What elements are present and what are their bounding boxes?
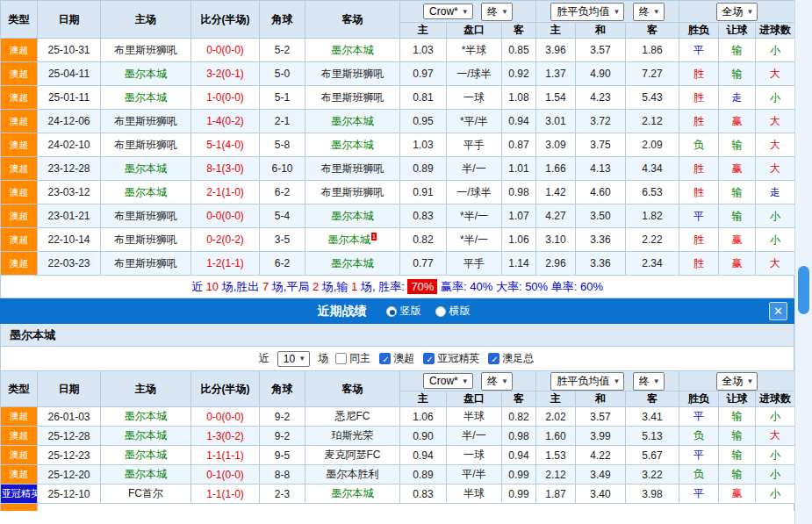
scrollbar-thumb[interactable]: [798, 266, 809, 314]
avg-win-odds: 1.60: [536, 427, 576, 446]
avg-odds-select[interactable]: 胜平负均值▼: [550, 3, 624, 21]
checkbox-icon[interactable]: [335, 353, 347, 364]
away-team-link[interactable]: 布里斯班狮吼: [305, 62, 400, 86]
match-count-select[interactable]: 10▼: [277, 351, 310, 367]
away-team-link[interactable]: 布里斯班狮吼: [305, 181, 400, 205]
league-badge: 澳超: [1, 427, 38, 446]
home-team-link[interactable]: 布里斯班狮吼: [101, 228, 191, 252]
away-team-link[interactable]: 墨尔本城: [305, 133, 400, 157]
away-team-link[interactable]: 墨尔本城: [305, 205, 400, 228]
avg-odds-group-header: 胜平负均值▼ 终▼: [536, 1, 679, 23]
away-team-link[interactable]: 墨尔本城: [305, 110, 400, 133]
final-odds-select[interactable]: 终▼: [481, 3, 513, 21]
handicap-outcome: 输: [719, 181, 756, 205]
corner-score: 9-2: [260, 427, 305, 446]
home-team-link[interactable]: 布里斯班狮吼: [101, 39, 191, 62]
filter-checkbox-ffa-cup[interactable]: 澳足总: [488, 351, 534, 366]
recent-matches-table: 类型 日期 主场 比分(半场) 角球 客场 Crow*▼ 终▼ 胜平负均值▼ 终…: [0, 370, 795, 504]
chevron-down-icon: ▼: [462, 377, 469, 385]
league-badge: 亚冠精英: [1, 485, 38, 504]
match-date: 22-03-23: [38, 252, 101, 276]
home-team-link[interactable]: 墨尔本城: [101, 181, 191, 205]
filter-checkbox-acl-elite[interactable]: 亚冠精英: [423, 351, 479, 366]
close-button[interactable]: ✕: [769, 302, 787, 320]
handicap-line: 半/一: [447, 157, 502, 181]
result-outcome: 平: [679, 39, 719, 62]
final-odds-select[interactable]: 终▼: [481, 372, 513, 391]
corner-score: 6-2: [260, 252, 305, 276]
home-team-link[interactable]: FC首尔: [101, 485, 191, 504]
filter-checkbox-aleague[interactable]: 澳超: [379, 351, 414, 366]
checkbox-label: 澳足总: [502, 351, 534, 366]
recent-filter-bar: 近 10▼ 场 同主 澳超 亚冠精英 澳足总: [0, 347, 794, 370]
filter-checkbox-same-home[interactable]: 同主: [335, 351, 370, 366]
avg-lose-odds: 5.43: [626, 86, 679, 110]
match-date: 23-01-21: [38, 205, 101, 228]
home-team-link[interactable]: 墨尔本城: [101, 157, 191, 181]
home-team-link[interactable]: 布里斯班狮吼: [101, 252, 191, 276]
checkbox-icon[interactable]: [423, 353, 435, 364]
home-team-link[interactable]: 墨尔本城: [101, 427, 191, 446]
fulltime-select[interactable]: 全场▼: [716, 3, 758, 21]
match-date: 25-12-10: [38, 485, 101, 504]
summary-text: 场,: [357, 280, 378, 293]
col-lose: 客: [626, 23, 679, 39]
avg-odds-select[interactable]: 胜平负均值▼: [550, 372, 624, 391]
home-team-link[interactable]: 墨尔本城: [101, 62, 191, 86]
home-team-link[interactable]: 墨尔本城: [101, 86, 191, 110]
handicap-outcome: 赢: [719, 157, 756, 181]
col-result: 胜负: [679, 23, 719, 39]
vertical-scrollbar[interactable]: [794, 0, 812, 524]
league-badge: 澳超: [1, 205, 38, 228]
home-team-link[interactable]: 布里斯班狮吼: [101, 133, 191, 157]
away-team-link[interactable]: 布里斯班狮吼: [305, 86, 400, 110]
checkbox-label: 同主: [349, 351, 370, 366]
handicap-line: 半球: [447, 407, 502, 427]
league-badge: 澳超: [1, 62, 38, 86]
avg-lose-odds: 3.22: [626, 465, 679, 485]
away-team-link[interactable]: 墨尔本胜利: [305, 465, 400, 485]
col-score: 比分(半场): [191, 371, 260, 407]
final-odds-select[interactable]: 终▼: [633, 372, 665, 391]
handicap-line: 一/球半: [447, 181, 502, 205]
home-team-link[interactable]: 墨尔本城: [101, 446, 191, 465]
layout-radio-vertical[interactable]: 竖版: [386, 304, 421, 319]
home-team-link[interactable]: 布里斯班狮吼: [101, 110, 191, 133]
layout-radio-horizontal[interactable]: 横版: [435, 304, 471, 319]
score-halftime: 2-1(1-0): [191, 181, 260, 205]
final-odds-select[interactable]: 终▼: [633, 3, 665, 21]
radio-icon[interactable]: [435, 306, 446, 317]
away-team-link[interactable]: 墨尔本城: [305, 252, 400, 276]
handicap-home-odds: 0.83: [400, 485, 447, 504]
home-team-link[interactable]: 墨尔本城: [101, 407, 191, 427]
fulltime-select[interactable]: 全场▼: [716, 372, 758, 391]
away-team-link[interactable]: 墨尔本城: [305, 39, 400, 62]
select-value: 终: [487, 374, 498, 389]
goals-outcome: 小: [756, 465, 795, 485]
away-team-link[interactable]: 珀斯光荣: [305, 427, 400, 446]
checkbox-icon[interactable]: [488, 353, 499, 364]
away-team-link[interactable]: 麦克阿瑟FC: [305, 446, 400, 465]
checkbox-icon[interactable]: [379, 353, 391, 364]
match-row: 澳超 23-01-21 布里斯班狮吼 0-0(0-0) 5-4 墨尔本城 0.8…: [1, 205, 795, 228]
score-halftime: 3-2(0-1): [191, 62, 260, 86]
away-team-link[interactable]: 墨尔本城: [305, 485, 400, 504]
away-team-link[interactable]: 墨尔本城1: [305, 228, 400, 252]
summary-text: 10: [206, 280, 219, 293]
handicap-away-odds: 0.99: [502, 485, 536, 504]
corner-score: 5-0: [260, 62, 305, 86]
handicap-line: 平/半: [447, 465, 502, 485]
handicap-outcome: 输: [719, 427, 756, 446]
away-team-link[interactable]: 布里斯班狮吼: [305, 157, 400, 181]
col-home: 主场: [101, 1, 191, 39]
home-team-link[interactable]: 布里斯班狮吼: [101, 205, 191, 228]
away-team-link[interactable]: 悉尼FC: [305, 407, 400, 427]
radio-selected-icon[interactable]: [386, 306, 397, 317]
bookmaker-select[interactable]: Crow*▼: [423, 373, 473, 389]
avg-draw-odds: 3.36: [576, 228, 626, 252]
avg-lose-odds: 3.41: [626, 407, 679, 427]
col-handicap-result: 让球: [719, 23, 756, 39]
home-team-link[interactable]: 墨尔本城: [101, 465, 191, 485]
league-badge: 澳超: [1, 407, 38, 427]
bookmaker-select[interactable]: Crow*▼: [423, 4, 473, 19]
